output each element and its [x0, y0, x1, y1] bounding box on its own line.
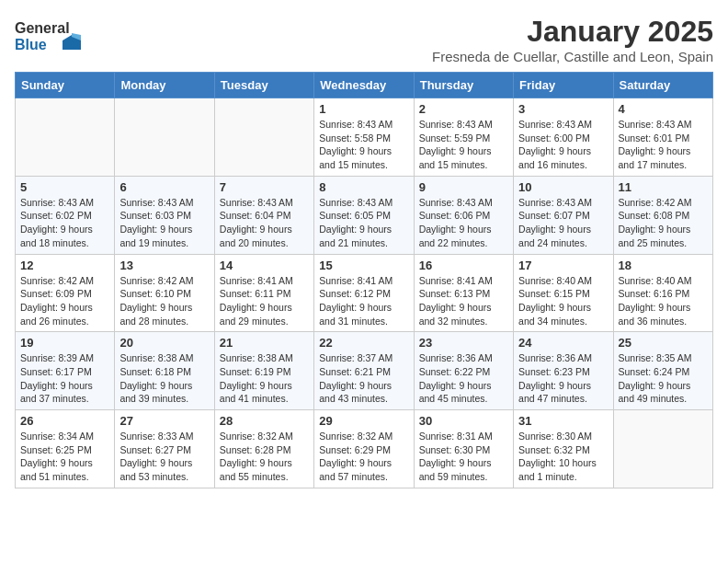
calendar-cell: 18Sunrise: 8:40 AMSunset: 6:16 PMDayligh…: [613, 254, 712, 332]
calendar-cell: 27Sunrise: 8:33 AMSunset: 6:27 PMDayligh…: [115, 410, 214, 488]
day-info: Sunrise: 8:36 AMSunset: 6:23 PMDaylight:…: [518, 351, 608, 406]
calendar-cell: 30Sunrise: 8:31 AMSunset: 6:30 PMDayligh…: [414, 410, 513, 488]
calendar-cell: 5Sunrise: 8:43 AMSunset: 6:02 PMDaylight…: [16, 176, 115, 254]
day-number: 22: [319, 336, 408, 350]
calendar-week-row: 26Sunrise: 8:34 AMSunset: 6:25 PMDayligh…: [16, 410, 713, 488]
day-info: Sunrise: 8:31 AMSunset: 6:30 PMDaylight:…: [419, 430, 508, 484]
day-info: Sunrise: 8:34 AMSunset: 6:25 PMDaylight:…: [20, 430, 109, 484]
calendar-cell: 11Sunrise: 8:42 AMSunset: 6:08 PMDayligh…: [613, 176, 712, 254]
day-number: 27: [119, 414, 209, 428]
day-info: Sunrise: 8:43 AMSunset: 5:59 PMDaylight:…: [419, 118, 508, 172]
day-number: 21: [220, 336, 309, 350]
day-number: 15: [319, 259, 408, 272]
day-info: Sunrise: 8:42 AMSunset: 6:09 PMDaylight:…: [20, 274, 109, 328]
day-info: Sunrise: 8:43 AMSunset: 6:06 PMDaylight:…: [419, 196, 508, 250]
calendar-week-row: 5Sunrise: 8:43 AMSunset: 6:02 PMDaylight…: [16, 176, 713, 254]
day-info: Sunrise: 8:41 AMSunset: 6:11 PMDaylight:…: [220, 274, 309, 328]
day-info: Sunrise: 8:40 AMSunset: 6:16 PMDaylight:…: [619, 274, 708, 328]
day-info: Sunrise: 8:43 AMSunset: 6:04 PMDaylight:…: [220, 196, 309, 250]
day-info: Sunrise: 8:43 AMSunset: 6:05 PMDaylight:…: [319, 196, 408, 250]
day-info: Sunrise: 8:42 AMSunset: 6:08 PMDaylight:…: [619, 196, 708, 250]
day-info: Sunrise: 8:43 AMSunset: 6:02 PMDaylight:…: [20, 196, 109, 250]
calendar-cell: 21Sunrise: 8:38 AMSunset: 6:19 PMDayligh…: [214, 332, 313, 410]
calendar-cell: 13Sunrise: 8:42 AMSunset: 6:10 PMDayligh…: [115, 254, 214, 332]
day-info: Sunrise: 8:39 AMSunset: 6:17 PMDaylight:…: [20, 351, 109, 406]
day-number: 26: [20, 414, 109, 428]
day-number: 1: [319, 102, 408, 116]
day-number: 2: [419, 102, 508, 116]
day-number: 29: [319, 414, 408, 428]
day-info: Sunrise: 8:32 AMSunset: 6:29 PMDaylight:…: [319, 430, 408, 484]
header: General Blue January 2025 Fresneda de Cu…: [15, 15, 713, 64]
day-info: Sunrise: 8:30 AMSunset: 6:32 PMDaylight:…: [518, 430, 608, 484]
day-info: Sunrise: 8:42 AMSunset: 6:10 PMDaylight:…: [119, 274, 209, 328]
day-number: 11: [619, 180, 708, 194]
day-info: Sunrise: 8:32 AMSunset: 6:28 PMDaylight:…: [220, 430, 309, 484]
weekday-header: Thursday: [414, 73, 513, 98]
calendar-cell: 28Sunrise: 8:32 AMSunset: 6:28 PMDayligh…: [214, 410, 313, 488]
calendar-week-row: 19Sunrise: 8:39 AMSunset: 6:17 PMDayligh…: [16, 332, 713, 410]
weekday-header-row: SundayMondayTuesdayWednesdayThursdayFrid…: [16, 73, 713, 98]
day-number: 10: [518, 180, 608, 194]
day-info: Sunrise: 8:36 AMSunset: 6:22 PMDaylight:…: [419, 351, 508, 406]
day-info: Sunrise: 8:43 AMSunset: 6:03 PMDaylight:…: [119, 196, 209, 250]
day-number: 14: [220, 259, 309, 272]
calendar-cell: 22Sunrise: 8:37 AMSunset: 6:21 PMDayligh…: [314, 332, 414, 410]
calendar-cell: [16, 98, 115, 177]
calendar-cell: 6Sunrise: 8:43 AMSunset: 6:03 PMDaylight…: [115, 176, 214, 254]
day-number: 8: [319, 180, 408, 194]
calendar-cell: 24Sunrise: 8:36 AMSunset: 6:23 PMDayligh…: [514, 332, 613, 410]
day-info: Sunrise: 8:40 AMSunset: 6:15 PMDaylight:…: [518, 274, 608, 328]
day-number: 20: [119, 336, 209, 350]
day-number: 19: [20, 336, 109, 350]
weekday-header: Monday: [115, 73, 214, 98]
svg-text:Blue: Blue: [15, 37, 47, 52]
day-number: 23: [419, 336, 508, 350]
day-number: 16: [419, 259, 508, 272]
day-info: Sunrise: 8:33 AMSunset: 6:27 PMDaylight:…: [119, 430, 209, 484]
calendar-week-row: 1Sunrise: 8:43 AMSunset: 5:58 PMDaylight…: [16, 98, 713, 177]
day-number: 4: [619, 102, 708, 116]
day-info: Sunrise: 8:43 AMSunset: 5:58 PMDaylight:…: [319, 118, 408, 172]
weekday-header: Wednesday: [314, 73, 414, 98]
calendar-cell: 8Sunrise: 8:43 AMSunset: 6:05 PMDaylight…: [314, 176, 414, 254]
title-area: January 2025 Fresneda de Cuellar, Castil…: [432, 15, 713, 64]
day-number: 5: [20, 180, 109, 194]
calendar-cell: [115, 98, 214, 177]
day-info: Sunrise: 8:43 AMSunset: 6:00 PMDaylight:…: [518, 118, 608, 172]
day-info: Sunrise: 8:41 AMSunset: 6:13 PMDaylight:…: [419, 274, 508, 328]
calendar-cell: 7Sunrise: 8:43 AMSunset: 6:04 PMDaylight…: [214, 176, 313, 254]
day-number: 28: [220, 414, 309, 428]
calendar-cell: 14Sunrise: 8:41 AMSunset: 6:11 PMDayligh…: [214, 254, 313, 332]
weekday-header: Saturday: [613, 73, 712, 98]
day-info: Sunrise: 8:38 AMSunset: 6:18 PMDaylight:…: [119, 351, 209, 406]
day-number: 17: [518, 259, 608, 272]
calendar-cell: [214, 98, 313, 177]
day-info: Sunrise: 8:35 AMSunset: 6:24 PMDaylight:…: [619, 351, 708, 406]
day-number: 9: [419, 180, 508, 194]
calendar: SundayMondayTuesdayWednesdayThursdayFrid…: [15, 72, 713, 488]
day-number: 6: [119, 180, 209, 194]
calendar-cell: 31Sunrise: 8:30 AMSunset: 6:32 PMDayligh…: [514, 410, 613, 488]
day-number: 30: [419, 414, 508, 428]
calendar-cell: 9Sunrise: 8:43 AMSunset: 6:06 PMDaylight…: [414, 176, 513, 254]
day-info: Sunrise: 8:43 AMSunset: 6:07 PMDaylight:…: [518, 196, 608, 250]
day-info: Sunrise: 8:37 AMSunset: 6:21 PMDaylight:…: [319, 351, 408, 406]
weekday-header: Friday: [514, 73, 613, 98]
day-number: 25: [619, 336, 708, 350]
calendar-cell: [613, 410, 712, 488]
calendar-cell: 12Sunrise: 8:42 AMSunset: 6:09 PMDayligh…: [16, 254, 115, 332]
calendar-cell: 29Sunrise: 8:32 AMSunset: 6:29 PMDayligh…: [314, 410, 414, 488]
calendar-cell: 17Sunrise: 8:40 AMSunset: 6:15 PMDayligh…: [514, 254, 613, 332]
day-info: Sunrise: 8:38 AMSunset: 6:19 PMDaylight:…: [220, 351, 309, 406]
day-number: 18: [619, 259, 708, 272]
day-number: 12: [20, 259, 109, 272]
day-number: 24: [518, 336, 608, 350]
calendar-cell: 15Sunrise: 8:41 AMSunset: 6:12 PMDayligh…: [314, 254, 414, 332]
calendar-cell: 10Sunrise: 8:43 AMSunset: 6:07 PMDayligh…: [514, 176, 613, 254]
calendar-cell: 16Sunrise: 8:41 AMSunset: 6:13 PMDayligh…: [414, 254, 513, 332]
calendar-cell: 23Sunrise: 8:36 AMSunset: 6:22 PMDayligh…: [414, 332, 513, 410]
day-info: Sunrise: 8:43 AMSunset: 6:01 PMDaylight:…: [619, 118, 708, 172]
calendar-cell: 26Sunrise: 8:34 AMSunset: 6:25 PMDayligh…: [16, 410, 115, 488]
logo: General Blue: [15, 15, 88, 55]
